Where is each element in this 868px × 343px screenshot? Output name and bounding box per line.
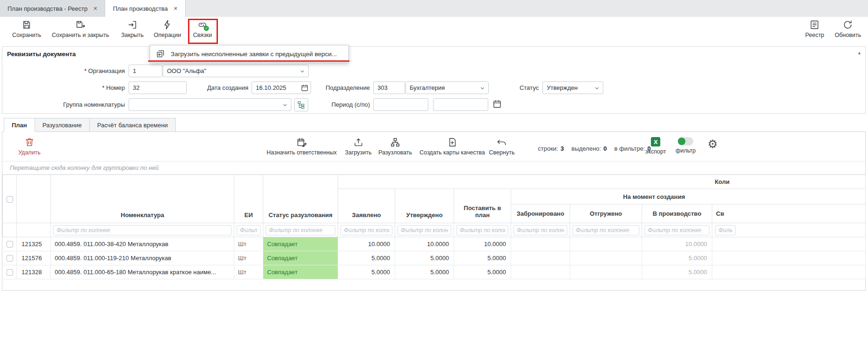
row-checkbox[interactable] <box>7 255 13 262</box>
row-put-in-plan: 5.0000 <box>454 265 511 279</box>
status-select[interactable]: Утвержден <box>542 81 603 94</box>
col-explode-status[interactable]: Статус разузлования <box>263 175 338 223</box>
row-unit: Шт <box>234 251 263 265</box>
col-reserved[interactable]: Забронировано <box>511 204 570 223</box>
row-unit: Шт <box>234 237 263 251</box>
collapse-section-icon[interactable]: ▲ <box>857 51 861 55</box>
delete-button[interactable]: Удалить <box>18 137 41 156</box>
window-tab-registry[interactable]: План производства - Реестр ✕ <box>0 0 105 17</box>
row-reserved <box>511 237 570 251</box>
row-shipped <box>570 251 642 265</box>
save-button[interactable]: Сохранить <box>12 20 41 38</box>
row-checkbox[interactable] <box>7 269 13 276</box>
col-id <box>17 175 51 223</box>
col-truncated[interactable]: Св <box>712 204 866 223</box>
col-nomenclature[interactable]: Номенклатура <box>51 175 234 223</box>
chevron-down-icon <box>479 85 485 91</box>
status-badge: Совпадает <box>263 265 338 279</box>
assign-responsible-button[interactable]: Назначить ответственных <box>267 137 337 156</box>
nomenclature-group-select[interactable] <box>129 98 291 111</box>
period-label: Период (с/по) <box>324 98 370 111</box>
refresh-icon <box>843 20 853 30</box>
tab-explosion[interactable]: Разузлование <box>35 118 90 132</box>
load-previous-icon <box>156 49 165 58</box>
save-and-close-button[interactable]: Сохранить и закрыть <box>52 20 109 38</box>
collapse-button[interactable]: Свернуть <box>489 137 515 156</box>
department-select[interactable]: Бухгалтерия <box>405 81 489 94</box>
window-tab-plan[interactable]: План производства ✕ <box>105 0 186 17</box>
table-row[interactable]: 121328 000.4859. 011.000-65-180 Металлор… <box>3 265 866 279</box>
filter-declared-input[interactable] <box>340 225 392 235</box>
close-tab-icon[interactable]: ✕ <box>93 6 97 12</box>
row-reserved <box>511 251 570 265</box>
settings-gear-icon[interactable]: ⚙ <box>708 139 718 150</box>
excel-icon: X <box>651 137 660 146</box>
view-tabs: План Разузлование Расчёт баланса времени <box>4 118 176 132</box>
row-reserved <box>511 265 570 279</box>
organization-code-input[interactable] <box>129 65 162 77</box>
row-put-in-plan: 5.0000 <box>454 251 511 265</box>
tree-icon <box>297 101 305 109</box>
links-dropdown-menu-item[interactable]: Загрузить неисполненные заявки с предыду… <box>150 45 349 63</box>
grouping-drop-zone[interactable]: Перетащите сюда колонку для группировки … <box>2 161 865 175</box>
save-icon <box>22 20 32 30</box>
selected-count-value: 0 <box>603 145 607 152</box>
filter-in-production-input[interactable] <box>644 225 709 235</box>
filter-toggle[interactable]: фильтр <box>676 137 696 154</box>
explode-button[interactable]: Разузловать <box>378 137 412 156</box>
check-badge-icon: ✓ <box>204 26 209 31</box>
rows-count-label: строки: <box>538 145 558 152</box>
tab-time-balance[interactable]: Расчёт баланса времени <box>89 118 176 132</box>
row-shipped <box>570 237 642 251</box>
close-tab-icon[interactable]: ✕ <box>174 6 178 12</box>
col-shipped[interactable]: Отгружено <box>570 204 642 223</box>
period-to-input[interactable] <box>433 98 488 111</box>
row-in-production: 5.0000 <box>642 251 712 265</box>
col-unit[interactable]: ЕИ <box>234 175 263 223</box>
exit-door-icon <box>127 20 137 30</box>
period-from-input[interactable] <box>373 98 428 111</box>
period-calendar-button[interactable] <box>492 99 504 110</box>
col-approved[interactable]: Утверждено <box>395 189 454 223</box>
hierarchy-icon <box>390 137 400 147</box>
operations-button[interactable]: Операции <box>154 20 181 38</box>
table-row[interactable]: 121576 000.4859. 011.000-119-210 Металло… <box>3 251 866 265</box>
tree-select-button[interactable] <box>294 98 308 111</box>
row-in-production: 10.0000 <box>642 237 712 251</box>
organization-value: ООО "Альфа" <box>167 67 206 74</box>
row-approved: 5.0000 <box>395 251 454 265</box>
filter-status-input[interactable] <box>266 225 335 235</box>
rows-count-value: 3 <box>560 145 564 152</box>
create-quality-cards-button[interactable]: Создать карты качества <box>420 137 485 156</box>
status-label: Статус <box>514 81 539 94</box>
main-toolbar: Сохранить Сохранить и закрыть Закрыть Оп… <box>0 17 868 46</box>
row-approved: 5.0000 <box>395 265 454 279</box>
col-declared[interactable]: Заявлено <box>338 189 395 223</box>
close-button[interactable]: Закрыть <box>121 20 144 38</box>
table-row[interactable]: 121325 000.4859. 011.000-38-420 Металлор… <box>3 237 866 251</box>
filter-put-in-plan-input[interactable] <box>456 225 508 235</box>
select-all-checkbox[interactable] <box>7 196 13 203</box>
refresh-button[interactable]: Обновить <box>835 20 861 38</box>
row-shipped <box>570 265 642 279</box>
department-code-input[interactable] <box>373 81 405 94</box>
organization-select[interactable]: ООО "Альфа" <box>163 65 309 77</box>
tab-plan[interactable]: План <box>4 118 35 132</box>
links-button[interactable]: ✓ Связки <box>193 20 212 38</box>
row-checkbox[interactable] <box>7 241 13 248</box>
number-label: * Номер <box>2 81 125 94</box>
col-in-production[interactable]: В производство <box>642 204 712 223</box>
filter-reserved-input[interactable] <box>514 225 567 235</box>
load-button[interactable]: Загрузить <box>345 137 371 156</box>
col-put-in-plan[interactable]: Поставить в план <box>454 189 511 223</box>
filter-truncated-input[interactable] <box>715 225 736 235</box>
filter-shipped-input[interactable] <box>572 225 639 235</box>
filter-approved-input[interactable] <box>398 225 451 235</box>
filter-nomenclature-input[interactable] <box>53 225 231 235</box>
registry-button[interactable]: Реестр <box>805 20 825 38</box>
filter-unit-input[interactable] <box>237 225 260 235</box>
export-excel-button[interactable]: X экспорт <box>645 137 666 155</box>
trash-icon <box>24 137 35 147</box>
created-date-input[interactable] <box>252 81 311 94</box>
number-input[interactable] <box>129 81 187 94</box>
